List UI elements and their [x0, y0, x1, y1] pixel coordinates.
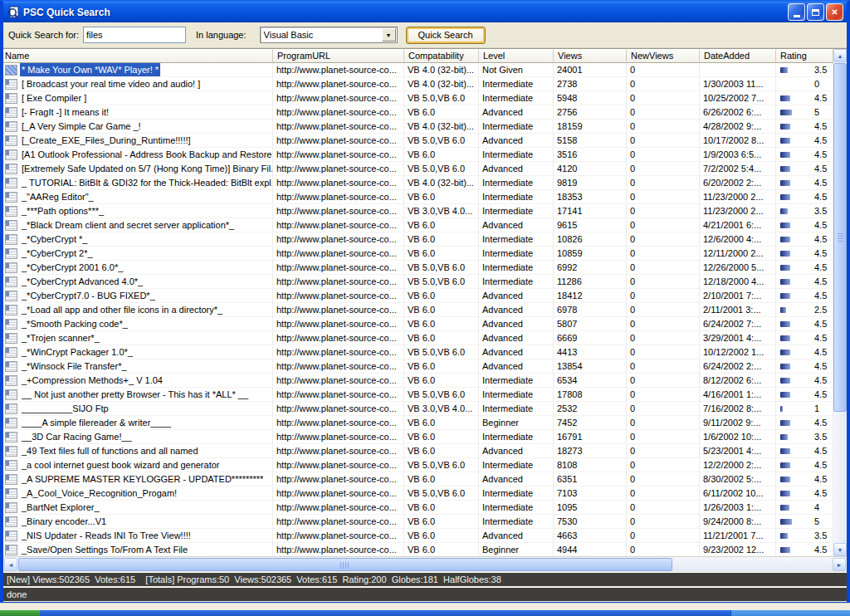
column-header-dateadded[interactable]: DateAdded: [700, 49, 776, 63]
table-row[interactable]: [ Exe Compiler ] http://www.planet-sourc…: [3, 91, 833, 105]
level-value: Advanced: [479, 472, 554, 486]
program-name: _*Load all app and other file icons in a…: [20, 303, 224, 316]
table-row[interactable]: _BartNet Explorer_ http://www.planet-sou…: [3, 501, 833, 515]
name-cell: _+Compression Methods+_ V 1.04: [3, 374, 273, 388]
compatability-value: VB 3.0,VB 4.0...: [404, 402, 479, 416]
minimize-button[interactable]: [788, 3, 805, 21]
column-header-compatability[interactable]: Compatability: [404, 49, 479, 63]
scroll-up-icon[interactable]: ▲: [833, 49, 847, 62]
column-header-programurl[interactable]: ProgramURL: [273, 49, 404, 63]
scroll-left-icon[interactable]: ◄: [4, 558, 17, 571]
dateadded-value: 4/21/2001 6:...: [700, 218, 776, 232]
table-row[interactable]: _*CyberCrypt Advanced 4.0*_ http://www.p…: [3, 275, 833, 289]
vertical-scrollbar[interactable]: ▲ ▼: [833, 49, 847, 556]
table-row[interactable]: _*Smooth Packing code*_ http://www.plane…: [3, 317, 833, 331]
program-url: http://www.planet-source-co...: [273, 204, 404, 218]
rating-value: 4.5: [814, 261, 827, 274]
table-row[interactable]: [_Create_EXE_Files_During_Runtime!!!!!] …: [3, 134, 833, 148]
program-name: * Make Your Own *WAV* Player! *: [20, 63, 160, 76]
column-header-views[interactable]: Views: [554, 49, 627, 63]
dateadded-value: 9/23/2002 12...: [700, 543, 776, 556]
table-row[interactable]: __ Not just another pretty Browser - Thi…: [3, 388, 833, 402]
table-row[interactable]: _*CyberCrypt 2001 6.0*_ http://www.plane…: [3, 261, 833, 275]
program-name: ____A simple filereader & writer____: [20, 416, 173, 429]
vertical-scroll-thumb[interactable]: [833, 63, 847, 412]
program-url: http://www.planet-source-co...: [273, 402, 404, 416]
table-row[interactable]: _A_Cool_Voice_Recognition_Progam! http:/…: [3, 486, 833, 501]
table-row[interactable]: _*Load all app and other file icons in a…: [3, 303, 833, 317]
table-row[interactable]: _*CyberCrypt7.0 - BUG FIXED*_ http://www…: [3, 289, 833, 303]
table-row[interactable]: _Save/Open Settings To/From A Text File …: [3, 543, 833, 556]
table-row[interactable]: ____A simple filereader & writer____ htt…: [3, 416, 833, 430]
language-dropdown[interactable]: Visual Basic ▼: [260, 27, 398, 43]
table-row[interactable]: _*CyberCrypt *_ http://www.planet-source…: [3, 232, 833, 247]
level-value: Intermediate: [479, 176, 554, 190]
vertical-scroll-track[interactable]: [833, 62, 847, 543]
scroll-right-icon[interactable]: ►: [833, 558, 846, 571]
scroll-down-icon[interactable]: ▼: [833, 543, 847, 556]
program-name: _*CyberCrypt 2*_: [20, 247, 95, 260]
table-row[interactable]: _49 Text files full of functions and all…: [3, 444, 833, 458]
table-row[interactable]: _ TUTORIAL: BitBlt & GDI32 for the Thick…: [3, 176, 833, 190]
table-row[interactable]: _Binary encoder...V1 http://www.planet-s…: [3, 515, 833, 529]
search-input[interactable]: [83, 27, 186, 43]
program-icon: [5, 149, 17, 160]
views-value: 17808: [554, 388, 627, 402]
close-button[interactable]: ✕: [826, 3, 843, 21]
table-row[interactable]: [- FragIt -] It means it! http://www.pla…: [3, 105, 833, 120]
table-row[interactable]: _*Winsock File Transfer*_ http://www.pla…: [3, 359, 833, 374]
table-row[interactable]: [ Broadcast your real time video and aud…: [3, 77, 833, 91]
horizontal-scroll-thumb[interactable]: [18, 558, 672, 571]
program-url: http://www.planet-source-co...: [273, 529, 404, 543]
newviews-value: 0: [627, 247, 700, 261]
rating-cell: 3.5: [776, 430, 833, 444]
rating-value: 4.5: [814, 486, 827, 500]
start-button[interactable]: [0, 610, 40, 616]
compatability-value: VB 5.0,VB 6.0: [404, 162, 479, 176]
level-value: Advanced: [479, 289, 554, 303]
name-cell: _a cool internet guest book wizard and g…: [3, 458, 273, 472]
program-icon: [5, 206, 17, 217]
table-row[interactable]: _*WinCrypt Packager 1.0*_ http://www.pla…: [3, 345, 833, 359]
table-row[interactable]: _***Path options***_ http://www.planet-s…: [3, 204, 833, 218]
column-header-name[interactable]: Name: [3, 49, 273, 63]
rating-cell: 4.5: [776, 331, 833, 345]
horizontal-scrollbar[interactable]: ◄ ►: [3, 556, 847, 571]
newviews-value: 0: [627, 190, 700, 204]
newviews-value: 0: [627, 120, 700, 134]
dateadded-value: 12/6/2000 4:...: [700, 232, 776, 247]
rating-bar: [780, 251, 790, 257]
rating-bar: [780, 335, 790, 341]
dateadded-value: 6/20/2002 2:...: [700, 176, 776, 190]
views-value: 18412: [554, 289, 627, 303]
table-row[interactable]: _*CyberCrypt 2*_ http://www.planet-sourc…: [3, 247, 833, 261]
restore-button[interactable]: [807, 3, 824, 21]
rating-cell: 4.5: [776, 472, 833, 486]
program-name: _a cool internet guest book wizard and g…: [20, 458, 222, 472]
column-header-level[interactable]: Level: [479, 49, 554, 63]
program-url: http://www.planet-source-co...: [273, 77, 404, 91]
table-row[interactable]: _A SUPREME MASTER KEYLOGGER - UPDATED***…: [3, 472, 833, 486]
table-row[interactable]: _*Black Dream client and secret server a…: [3, 218, 833, 232]
table-row[interactable]: [A1 Outlook Professional - Address Book …: [3, 148, 833, 162]
name-cell: _*CyberCrypt 2001 6.0*_: [3, 261, 273, 275]
program-url: http://www.planet-source-co...: [273, 331, 404, 345]
column-header-rating[interactable]: Rating: [776, 49, 833, 63]
name-cell: _*Trojen scanner*_: [3, 331, 273, 345]
program-name: _*CyberCrypt *_: [20, 232, 89, 246]
dropdown-arrow-icon[interactable]: ▼: [382, 28, 396, 42]
table-row[interactable]: * Make Your Own *WAV* Player! * http://w…: [3, 63, 833, 77]
table-row[interactable]: _*Trojen scanner*_ http://www.planet-sou…: [3, 331, 833, 345]
table-row[interactable]: [Extremely Safe Updated on 5/7 (Hong Kon…: [3, 162, 833, 176]
table-row[interactable]: _+Compression Methods+_ V 1.04 http://ww…: [3, 374, 833, 388]
quick-search-button[interactable]: Quick Search: [406, 27, 486, 44]
column-header-newviews[interactable]: NewViews: [627, 49, 700, 63]
table-row[interactable]: __3D Car Racing Game!__ http://www.plane…: [3, 430, 833, 444]
table-row[interactable]: _"AAReg Editor"_ http://www.planet-sourc…: [3, 190, 833, 204]
table-row[interactable]: [_A Very Simple Car Game _! http://www.p…: [3, 120, 833, 134]
rating-value: 3.5: [814, 63, 827, 76]
table-row[interactable]: __________SIJO Ftp http://www.planet-sou…: [3, 402, 833, 416]
newviews-value: 0: [627, 105, 700, 120]
table-row[interactable]: _NIS Updater - Reads INI To Tree View!!!…: [3, 529, 833, 543]
table-row[interactable]: _a cool internet guest book wizard and g…: [3, 458, 833, 472]
